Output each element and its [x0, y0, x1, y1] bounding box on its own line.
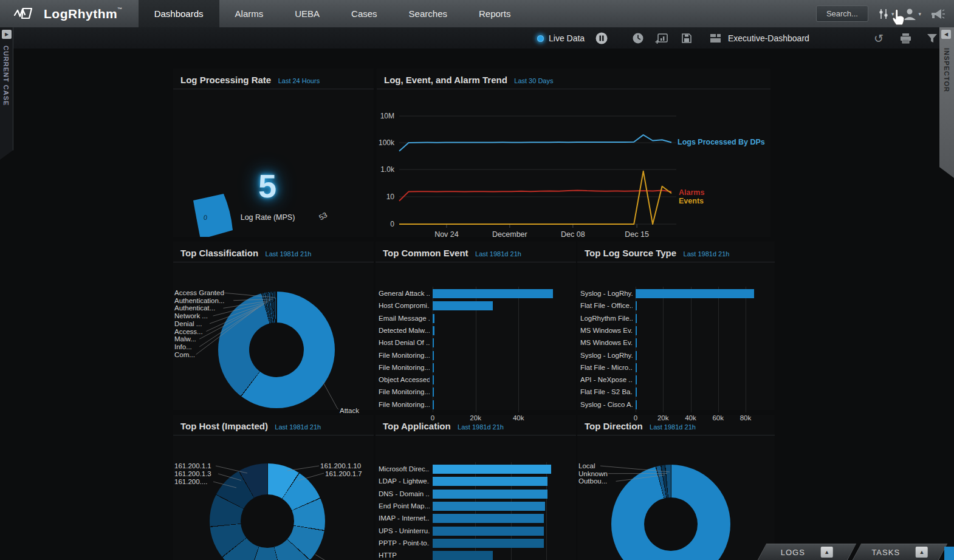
- user-menu[interactable]: ▾: [902, 7, 921, 21]
- bar[interactable]: [433, 490, 547, 499]
- pause-button[interactable]: [595, 27, 608, 49]
- add-widget-button[interactable]: [655, 27, 668, 49]
- donut[interactable]: [210, 463, 325, 560]
- donut-label: 161.200.1.10: [320, 462, 361, 470]
- donut[interactable]: [218, 292, 335, 408]
- donut[interactable]: [611, 465, 730, 560]
- widget-period: Last 1981d 21h: [266, 250, 312, 258]
- donut-label: Local: [578, 462, 595, 470]
- donut-label: Authentication...: [174, 297, 224, 304]
- current-case-panel-tab[interactable]: ▶ CURRENT CASE: [0, 27, 13, 160]
- nav-tab-ueba[interactable]: UEBA: [279, 0, 335, 27]
- widget-title: Top Log Source Type: [585, 248, 676, 258]
- expand-up-icon[interactable]: ▲: [821, 547, 833, 558]
- nav-tab-reports[interactable]: Reports: [463, 0, 527, 27]
- widget-title: Log Processing Rate: [180, 75, 271, 85]
- bar[interactable]: [433, 514, 544, 523]
- legend-alarms[interactable]: Alarms: [679, 188, 704, 197]
- donut-label: 161.200.1.7: [325, 470, 362, 477]
- bar[interactable]: [433, 301, 493, 310]
- clock-icon: [632, 32, 644, 44]
- gauge-chart[interactable]: 0 5 Log Rate (MPS) 53: [173, 89, 374, 237]
- bar[interactable]: [433, 502, 545, 511]
- widget-top-direction: Top Direction Last 1981d 21h LocalUnknow…: [577, 415, 775, 560]
- live-data-indicator[interactable]: Live Data: [537, 27, 585, 49]
- donut-label: Malw...: [174, 335, 196, 343]
- bar[interactable]: [433, 375, 434, 384]
- bar[interactable]: [433, 388, 434, 397]
- bottom-drawer-bar: LOGS ▲ TASKS ▲: [753, 544, 954, 560]
- bar[interactable]: [433, 465, 551, 474]
- bar[interactable]: [433, 400, 434, 409]
- widget-title: Top Host (Impacted): [180, 421, 268, 431]
- gridline: [691, 287, 691, 412]
- bar[interactable]: [433, 551, 493, 560]
- sliders-icon: [877, 7, 890, 21]
- nav-tab-searches[interactable]: Searches: [393, 0, 463, 27]
- live-data-label: Live Data: [549, 33, 585, 43]
- bar[interactable]: [433, 477, 547, 486]
- logs-drawer-tab[interactable]: LOGS ▲: [758, 544, 856, 560]
- gridline: [518, 287, 519, 412]
- save-button[interactable]: [681, 27, 693, 49]
- inspector-panel-tab[interactable]: ◀ INSPECTOR: [939, 27, 954, 178]
- bar[interactable]: [636, 363, 637, 372]
- nav-tab-cases[interactable]: Cases: [335, 0, 393, 27]
- bar-chart[interactable]: Microsoft Direc...LDAP - Lightwe...DNS -…: [376, 435, 576, 560]
- line-chart[interactable]: 10M100k1.0k100Nov 24DecemberDec 08Dec 15…: [377, 89, 770, 237]
- bar[interactable]: [636, 289, 754, 298]
- time-range-button[interactable]: [632, 27, 644, 49]
- filter-button[interactable]: [926, 27, 938, 49]
- bar[interactable]: [636, 388, 637, 397]
- bar[interactable]: [433, 289, 553, 298]
- bar[interactable]: [433, 326, 434, 335]
- bar-chart[interactable]: 020k40kGeneral Attack ...Host Compromi..…: [376, 262, 576, 410]
- bar-label: Object Accessed: [379, 376, 430, 383]
- nav-tab-dashboards[interactable]: Dashboards: [139, 0, 219, 27]
- donut-hole: [644, 497, 698, 551]
- chevron-down-icon: ▾: [891, 11, 894, 17]
- reset-button[interactable]: ↻: [874, 27, 884, 49]
- tasks-drawer-tab[interactable]: TASKS ▲: [853, 544, 947, 560]
- bar[interactable]: [433, 527, 544, 536]
- legend-logs[interactable]: Logs Processed By DPs: [678, 138, 765, 146]
- svg-text:Nov 24: Nov 24: [434, 230, 459, 237]
- announcements-button[interactable]: [930, 7, 945, 21]
- bar[interactable]: [433, 539, 544, 548]
- bar-chart[interactable]: 020k40k60k80kSyslog - LogRhy...Flat File…: [577, 262, 775, 410]
- logrhythm-logo[interactable]: LogRhythm™: [0, 0, 139, 27]
- search-button[interactable]: Search...: [816, 5, 868, 22]
- nav-right-cluster: Search... ▾ ▾: [816, 0, 954, 27]
- expand-left-icon[interactable]: ◀: [941, 30, 951, 39]
- bar[interactable]: [433, 351, 434, 360]
- bar[interactable]: [636, 375, 637, 384]
- megaphone-icon: [930, 7, 945, 21]
- live-data-dot-icon: [537, 35, 544, 42]
- bar[interactable]: [636, 326, 637, 335]
- expand-up-icon[interactable]: ▲: [916, 547, 928, 558]
- bar[interactable]: [636, 400, 637, 409]
- bar[interactable]: [433, 314, 434, 323]
- donut-chart[interactable]: LocalUnknownOutbou...: [577, 435, 775, 560]
- corner-button[interactable]: [944, 547, 954, 560]
- donut-label: Access...: [174, 328, 203, 335]
- bar[interactable]: [433, 338, 434, 347]
- bar[interactable]: [636, 314, 637, 323]
- nav-tab-alarms[interactable]: Alarms: [219, 0, 280, 27]
- logs-label: LOGS: [781, 548, 805, 557]
- donut-chart[interactable]: 161.200.1.1161.200.1.3161.200....mailser…: [173, 435, 374, 560]
- bar[interactable]: [636, 301, 637, 310]
- expand-right-icon[interactable]: ▶: [2, 30, 12, 39]
- trend-plot: 10M100k1.0k100Nov 24DecemberDec 08Dec 15: [377, 89, 770, 237]
- bar[interactable]: [433, 363, 434, 372]
- widget-period: Last 1981d 21h: [684, 250, 730, 258]
- dashboard-selector[interactable]: Executive-Dashboard: [710, 27, 809, 49]
- bar[interactable]: [636, 338, 637, 347]
- print-button[interactable]: [899, 27, 912, 49]
- preferences-dropdown[interactable]: ▾: [877, 7, 894, 21]
- bar[interactable]: [636, 351, 637, 360]
- bar-label: LDAP - Lightwe...: [379, 477, 430, 485]
- donut-chart[interactable]: Access GrantedAuthentication...Authentic…: [173, 262, 374, 410]
- legend-events[interactable]: Events: [679, 197, 704, 205]
- svg-text:100k: 100k: [379, 138, 395, 147]
